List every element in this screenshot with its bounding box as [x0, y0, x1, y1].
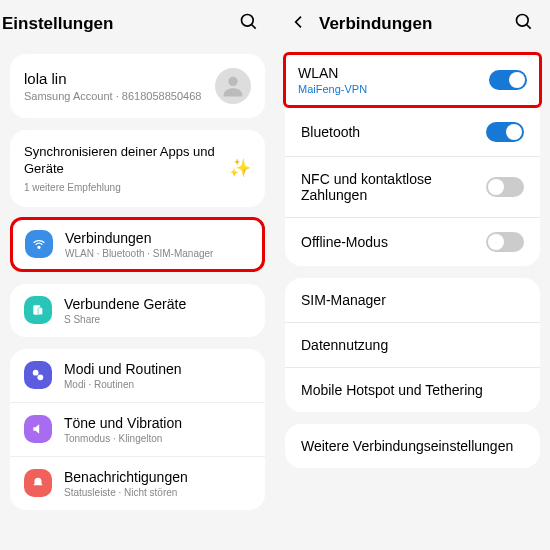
item-text: Modi und Routinen Modi · Routinen	[64, 361, 182, 390]
svg-point-7	[37, 375, 43, 381]
svg-point-8	[517, 15, 529, 27]
conn-sub: MaiFeng-VPN	[298, 83, 367, 95]
conn-nfc[interactable]: NFC und kontaktlose Zahlungen	[285, 157, 540, 218]
devices-icon	[24, 296, 52, 324]
sync-sub: 1 weitere Empfehlung	[24, 182, 229, 193]
wifi-icon	[25, 230, 53, 258]
item-text: Benachrichtigungen Statusleiste · Nicht …	[64, 469, 188, 498]
conn-group1: Bluetooth NFC und kontaktlose Zahlungen …	[285, 108, 540, 266]
conn-wlan[interactable]: WLAN MaiFeng-VPN	[286, 55, 539, 105]
list-card: Verbundene Geräte S Share	[10, 284, 265, 337]
item-desc: Tonmodus · Klingelton	[64, 433, 182, 444]
item-label: Verbundene Geräte	[64, 296, 186, 312]
item-text: Verbundene Geräte S Share	[64, 296, 186, 325]
item-desc: WLAN · Bluetooth · SIM-Manager	[65, 248, 213, 259]
item-label: Töne und Vibration	[64, 415, 182, 431]
highlight-wlan: WLAN MaiFeng-VPN	[283, 52, 542, 108]
modes-icon	[24, 361, 52, 389]
avatar	[215, 68, 251, 104]
conn-group3: Weitere Verbindungseinstellungen	[285, 424, 540, 468]
back-icon[interactable]	[291, 14, 307, 34]
svg-point-2	[228, 77, 237, 86]
item-label: Modi und Routinen	[64, 361, 182, 377]
conn-group2: SIM-Manager Datennutzung Mobile Hotspot …	[285, 278, 540, 412]
page-title: Verbindungen	[319, 14, 514, 34]
conn-data[interactable]: Datennutzung	[285, 323, 540, 368]
bluetooth-toggle[interactable]	[486, 122, 524, 142]
conn-hotspot[interactable]: Mobile Hotspot und Tethering	[285, 368, 540, 412]
item-text: Töne und Vibration Tonmodus · Klingelton	[64, 415, 182, 444]
conn-text: Offline-Modus	[301, 234, 388, 250]
item-connections[interactable]: Verbindungen WLAN · Bluetooth · SIM-Mana…	[13, 220, 262, 269]
item-modes[interactable]: Modi und Routinen Modi · Routinen	[10, 349, 265, 402]
conn-bluetooth[interactable]: Bluetooth	[285, 108, 540, 157]
header: Verbindungen	[275, 0, 550, 48]
nfc-toggle[interactable]	[486, 177, 524, 197]
svg-point-0	[242, 15, 254, 27]
svg-point-3	[38, 247, 40, 249]
conn-offline[interactable]: Offline-Modus	[285, 218, 540, 266]
conn-label: Datennutzung	[301, 337, 388, 353]
conn-text: Mobile Hotspot und Tethering	[301, 382, 483, 398]
profile-sub: Samsung Account · 8618058850468	[24, 90, 201, 102]
search-icon[interactable]	[514, 12, 534, 36]
header: Einstellungen	[0, 0, 275, 48]
conn-text: WLAN MaiFeng-VPN	[298, 65, 367, 95]
sparkle-icon: ✨	[229, 157, 251, 179]
profile-card[interactable]: lola lin Samsung Account · 8618058850468	[10, 54, 265, 118]
item-text: Verbindungen WLAN · Bluetooth · SIM-Mana…	[65, 230, 213, 259]
item-devices[interactable]: Verbundene Geräte S Share	[10, 284, 265, 337]
sync-text: Synchronisieren deiner Apps und Geräte 1…	[24, 144, 229, 193]
bell-icon	[24, 469, 52, 497]
svg-line-9	[527, 25, 531, 29]
conn-text: Bluetooth	[301, 124, 360, 140]
svg-rect-5	[38, 308, 43, 315]
wlan-toggle[interactable]	[489, 70, 527, 90]
conn-text: Weitere Verbindungseinstellungen	[301, 438, 513, 454]
offline-toggle[interactable]	[486, 232, 524, 252]
connections-screen: Verbindungen WLAN MaiFeng-VPN Bluetooth …	[275, 0, 550, 550]
conn-label: Offline-Modus	[301, 234, 388, 250]
item-desc: S Share	[64, 314, 186, 325]
settings-screen: Einstellungen lola lin Samsung Account ·…	[0, 0, 275, 550]
svg-line-1	[252, 25, 256, 29]
item-label: Verbindungen	[65, 230, 213, 246]
item-notifications[interactable]: Benachrichtigungen Statusleiste · Nicht …	[10, 456, 265, 510]
conn-label: Bluetooth	[301, 124, 360, 140]
conn-more[interactable]: Weitere Verbindungseinstellungen	[285, 424, 540, 468]
profile-text: lola lin Samsung Account · 8618058850468	[24, 70, 201, 102]
item-desc: Statusleiste · Nicht stören	[64, 487, 188, 498]
search-icon[interactable]	[239, 12, 259, 36]
item-label: Benachrichtigungen	[64, 469, 188, 485]
conn-sim[interactable]: SIM-Manager	[285, 278, 540, 323]
conn-label: Mobile Hotspot und Tethering	[301, 382, 483, 398]
conn-label: NFC und kontaktlose Zahlungen	[301, 171, 461, 203]
item-sounds[interactable]: Töne und Vibration Tonmodus · Klingelton	[10, 402, 265, 456]
page-title: Einstellungen	[2, 14, 239, 34]
conn-text: NFC und kontaktlose Zahlungen	[301, 171, 461, 203]
sync-card[interactable]: Synchronisieren deiner Apps und Geräte 1…	[10, 130, 265, 207]
profile-name: lola lin	[24, 70, 201, 87]
sound-icon	[24, 415, 52, 443]
list-card-2: Modi und Routinen Modi · Routinen Töne u…	[10, 349, 265, 510]
conn-text: Datennutzung	[301, 337, 388, 353]
item-desc: Modi · Routinen	[64, 379, 182, 390]
conn-label: SIM-Manager	[301, 292, 386, 308]
sync-title: Synchronisieren deiner Apps und Geräte	[24, 144, 229, 178]
svg-point-6	[33, 370, 39, 376]
highlight-connections: Verbindungen WLAN · Bluetooth · SIM-Mana…	[10, 217, 265, 272]
conn-label: WLAN	[298, 65, 367, 81]
conn-label: Weitere Verbindungseinstellungen	[301, 438, 513, 454]
conn-text: SIM-Manager	[301, 292, 386, 308]
